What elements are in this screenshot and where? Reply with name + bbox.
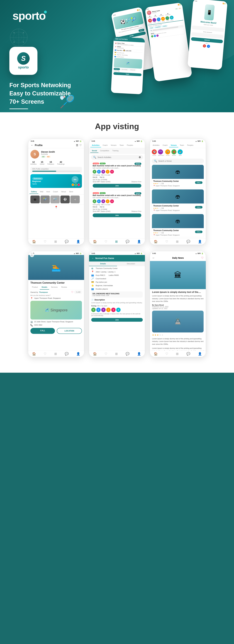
nav3-chat[interactable]: 💬: [186, 240, 190, 244]
tab-activities-main[interactable]: Activities: [90, 143, 101, 147]
back-button-profile[interactable]: ←: [31, 144, 34, 147]
vd-tab-details[interactable]: Details: [40, 285, 49, 290]
sport-count-display: 30s: [72, 176, 80, 186]
tab-wall[interactable]: Wall: [38, 190, 45, 194]
nav2-person[interactable]: 👤: [137, 240, 141, 244]
search-venue-bar[interactable]: 🔍: [152, 158, 204, 164]
stat-joined: 15 Joined: [40, 161, 44, 165]
payment-icon: 💳: [91, 281, 94, 283]
vd-tab-services[interactable]: Services: [49, 285, 60, 290]
call-button-3[interactable]: CALL: [195, 230, 202, 233]
nav-person[interactable]: 👤: [76, 240, 80, 244]
menu-icon[interactable]: ☰: [76, 144, 78, 147]
heart-icon[interactable]: ♡: [80, 144, 82, 147]
screen-venue-detail: 9:45 ▲ WiFi 🔋 🏊 ← Thomson Community Cent…: [28, 251, 84, 357]
sport-tennis[interactable]: 🎾 Tennis: [165, 150, 170, 156]
tab-activities-v[interactable]: Activities: [151, 143, 161, 147]
fav-heart-venue[interactable]: ♡: [71, 291, 73, 294]
sub-tab-training[interactable]: Training: [111, 149, 120, 153]
nav6-grid[interactable]: ⊞: [176, 352, 178, 356]
search-activities-bar[interactable]: 🔍 ⚙: [91, 155, 143, 160]
tab-peoples-v[interactable]: Peoples: [186, 143, 195, 147]
nav4-chat[interactable]: 💬: [65, 352, 69, 356]
nav6-chat[interactable]: 💬: [186, 352, 190, 356]
nav6-heart[interactable]: ♡: [165, 352, 168, 356]
nav2-heart[interactable]: ♡: [104, 240, 107, 244]
card1-info: Sat 24 Dec 10:00AM: [93, 179, 141, 180]
sub-tab-social[interactable]: Social: [90, 149, 98, 153]
call-action-btn[interactable]: CALL: [30, 328, 55, 334]
vd-tab-review[interactable]: Review: [60, 285, 69, 290]
search-activities-input[interactable]: [98, 156, 138, 158]
sub-tab-competition[interactable]: Competition: [98, 149, 111, 153]
nav3-home[interactable]: 🏠: [154, 240, 158, 244]
tab-peoples-main[interactable]: Peoples: [125, 143, 135, 147]
card1-location: Simei MRT Station (EW3) Distance 8 km: [93, 181, 141, 182]
tab-host[interactable]: Host: [45, 190, 52, 194]
followers-label: Followers: [48, 163, 54, 165]
owner-name[interactable]: Thompson: [39, 291, 48, 293]
nav3-grid[interactable]: ⊞: [176, 240, 178, 244]
call-button-2[interactable]: CALL: [195, 206, 202, 208]
back-venue-detail[interactable]: ←: [30, 253, 34, 257]
card1-avatars: K E R J S: [93, 170, 141, 174]
tab-coach[interactable]: Coach: [52, 190, 60, 194]
join-button-1[interactable]: Join: [93, 184, 141, 188]
tab-team-main[interactable]: Team: [118, 143, 125, 147]
nav4-home[interactable]: 🏠: [32, 352, 36, 356]
join-button-2[interactable]: Join: [93, 214, 141, 217]
card1-distance: Distance 8 km: [132, 181, 141, 182]
nav5-chat[interactable]: 💬: [126, 352, 130, 356]
sport-soccer[interactable]: ⚽ Soccer: [152, 150, 157, 156]
vd-tab-product[interactable]: Product: [30, 285, 40, 290]
nav5-home[interactable]: 🏠: [93, 352, 97, 356]
nav4-person[interactable]: 👤: [76, 352, 80, 356]
nav3-person[interactable]: 👤: [198, 240, 202, 244]
nav4-grid[interactable]: ⊞: [54, 352, 57, 356]
call-button-1[interactable]: CALL: [195, 181, 202, 184]
nav3-heart[interactable]: ♡: [165, 240, 168, 244]
nav5-person[interactable]: 👤: [137, 352, 141, 356]
skill-icon: ⭐: [91, 284, 94, 287]
pin-icon-2: 📍: [153, 210, 155, 211]
filter-icon[interactable]: ⚙: [139, 156, 141, 159]
nav-heart[interactable]: ♡: [44, 240, 46, 244]
empty-stars-3: ★★: [158, 232, 161, 234]
sport-badminton[interactable]: 🏸 Badminton: [158, 150, 164, 156]
back-news[interactable]: ←: [152, 256, 155, 260]
search-venue-input[interactable]: [158, 160, 202, 162]
location-icon[interactable]: 📍: [54, 206, 58, 209]
nav2-home[interactable]: 🏠: [93, 240, 97, 244]
addr-text-1: Upper Thompson Road, Singapore: [156, 185, 180, 187]
gd-tab-discussion[interactable]: Discussion: [117, 262, 145, 266]
tab-coach-v[interactable]: Coach: [161, 143, 169, 147]
tab-gallery[interactable]: Gallery: [30, 190, 38, 194]
nav6-home[interactable]: 🏠: [154, 352, 158, 356]
tab-team-v[interactable]: Team: [178, 143, 186, 147]
profile-name: Steven Smith: [41, 151, 55, 153]
sport-more[interactable]: 🏄 More: [178, 150, 183, 156]
join-game-btn[interactable]: Join: [91, 318, 143, 322]
level-name: Beginner: [32, 180, 43, 182]
nav5-grid[interactable]: ⊞: [115, 352, 118, 356]
gd-tab-details[interactable]: Details: [89, 262, 117, 266]
nav-home[interactable]: 🏠: [32, 240, 36, 244]
tab-venues-v[interactable]: Venues: [169, 143, 178, 147]
nav5-heart[interactable]: ♡: [104, 352, 107, 356]
nav6-person[interactable]: 👤: [198, 352, 202, 356]
nav2-grid[interactable]: ⊞: [115, 240, 118, 244]
sport-basket[interactable]: 🏀 Basket: [172, 150, 176, 156]
claim-button[interactable]: CLAIM: [74, 291, 82, 294]
nav-chat[interactable]: 💬: [65, 240, 69, 244]
tab-coach-main[interactable]: Coach: [101, 143, 109, 147]
back-game[interactable]: ←: [92, 257, 94, 260]
tab-venues-main[interactable]: Venues: [109, 143, 118, 147]
tab-store[interactable]: Store: [68, 190, 75, 194]
location-action-btn[interactable]: LOCATION: [57, 328, 82, 334]
nav4-heart[interactable]: ♡: [44, 352, 46, 356]
nav-grid[interactable]: ⊞: [54, 240, 57, 244]
game-pricing: 👥 Guys RM2.5 Ladies RM30: [91, 274, 143, 276]
nav2-chat[interactable]: 💬: [126, 240, 130, 244]
news-fav-icon[interactable]: ♡: [201, 256, 204, 260]
tab-venue[interactable]: Venue: [60, 190, 68, 194]
